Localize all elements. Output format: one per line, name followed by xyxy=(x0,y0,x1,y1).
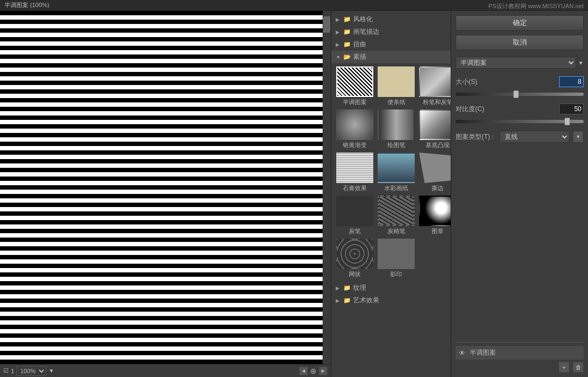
delete-layer-button[interactable]: 🗑 xyxy=(573,362,584,373)
thumb-img-charcoal2 xyxy=(378,196,415,226)
thumb-charcoal2[interactable]: 炭精笔 xyxy=(377,196,415,235)
thumb-label-chalk: 石膏效果 xyxy=(343,184,367,192)
watermark: PS设计教程网 www.MISSYUAN.net xyxy=(488,2,584,10)
folder-icon: 📁 xyxy=(343,41,351,48)
type-row: 图案类型(T)： 直线 圆形 点 ▼ xyxy=(456,131,584,143)
thumb-img-halftone xyxy=(336,66,373,97)
size-slider-thumb[interactable] xyxy=(513,90,519,98)
tree-item-yishu[interactable]: ▶ 📁 艺术效果 xyxy=(331,294,451,307)
size-slider-row xyxy=(456,93,584,96)
logo-icon: ⊕ xyxy=(310,367,317,375)
thumb-label-notecard: 便条纸 xyxy=(387,98,405,106)
contrast-slider-thumb[interactable] xyxy=(565,118,570,125)
thumb-bas1[interactable]: 铬黄渐变 xyxy=(336,110,374,149)
title-bar: 半调图案 (100%) PS设计教程网 www.MISSYUAN.net xyxy=(0,0,588,11)
size-row: 大小(S) xyxy=(456,76,584,87)
filter-select-arrow[interactable]: ▼ xyxy=(578,60,584,66)
layer-section: 👁 半调图案 + 🗑 xyxy=(456,342,584,373)
thumb-label-pencil: 粉笔和炭笔 xyxy=(423,98,452,106)
thumb-label-emboss: 基底凸现 xyxy=(426,141,450,149)
tree-item-fenggehua[interactable]: ▶ 📁 风格化 xyxy=(331,13,451,26)
canvas-bottom-bar: ☑ 1 100% 50% 200% ▼ ◄ ⊕ ► xyxy=(0,364,331,377)
thumb-reticulation[interactable]: 网状 xyxy=(336,239,374,278)
size-slider-track[interactable] xyxy=(456,93,584,96)
thumb-img-notecard xyxy=(378,66,415,97)
thumb-img-pencil xyxy=(419,66,451,97)
thumb-label-graphic: 图章 xyxy=(432,227,444,235)
contrast-input[interactable] xyxy=(559,104,584,114)
thumb-label-halftone: 半调图案 xyxy=(343,98,367,106)
contrast-label: 对比度(C) xyxy=(456,105,484,114)
arrow-icon: ▶ xyxy=(336,17,341,22)
thumbnail-grid: 半调图案 便条纸 粉笔和炭笔 铬黄渐变 绘图笔 基底凸现 xyxy=(331,63,451,282)
thumb-charcoal1[interactable]: 炭笔 xyxy=(336,196,374,235)
eye-icon[interactable]: 👁 xyxy=(458,349,466,357)
zoom-select[interactable]: 100% 50% 200% xyxy=(16,366,46,376)
add-layer-button[interactable]: + xyxy=(559,362,569,373)
type-select-arrow[interactable]: ▼ xyxy=(573,131,584,143)
canvas-area: ☑ 1 100% 50% 200% ▼ ◄ ⊕ ► xyxy=(0,11,331,377)
window-title: 半调图案 (100%) xyxy=(4,1,50,9)
thumb-torn[interactable]: 撕边 xyxy=(419,153,451,192)
confirm-button[interactable]: 确定 xyxy=(456,15,584,31)
scroll-thumb[interactable] xyxy=(323,16,330,33)
arrow-icon: ▶ xyxy=(336,42,341,47)
size-input[interactable] xyxy=(559,76,584,87)
canvas-preview xyxy=(0,11,331,364)
arrow-icon: ▶ xyxy=(336,298,341,303)
thumb-label-charcoal1: 炭笔 xyxy=(349,227,361,235)
thumb-label-bas2: 绘图笔 xyxy=(387,141,405,149)
main-layout: ☑ 1 100% 50% 200% ▼ ◄ ⊕ ► ▶ 📁 风格化 ▶ 📁 画笔… xyxy=(0,11,588,377)
folder-icon: 📁 xyxy=(343,297,351,304)
filter-select[interactable]: 半调图案 xyxy=(456,57,576,69)
nav-right-button[interactable]: ► xyxy=(319,367,328,375)
tree-item-niuqu[interactable]: ▶ 📁 扭曲 xyxy=(331,38,451,51)
thumb-chalk[interactable]: 石膏效果 xyxy=(336,153,374,192)
arrow-icon: ▶ xyxy=(336,29,341,35)
tree-label-yishu: 艺术效果 xyxy=(353,296,379,305)
thumb-stamp[interactable]: 影印 xyxy=(377,239,415,278)
cancel-button[interactable]: 取消 xyxy=(456,35,584,50)
thumb-label-charcoal2: 炭精笔 xyxy=(387,227,405,235)
thumb-label-water: 水彩画纸 xyxy=(384,184,408,192)
tree-label-niuqu: 扭曲 xyxy=(353,40,366,49)
tree-item-suocai[interactable]: ▼ 📂 素描 xyxy=(331,51,451,63)
folder-icon: 📁 xyxy=(343,16,351,23)
thumb-halftone[interactable]: 半调图案 xyxy=(336,66,374,106)
thumb-graphic[interactable]: 图章 xyxy=(419,196,451,235)
thumb-bas2[interactable]: 绘图笔 xyxy=(377,110,415,149)
filter-name-row: 半调图案 ▼ xyxy=(456,57,584,69)
tree-label-wenli: 纹理 xyxy=(353,283,366,293)
tree-item-huabimiao[interactable]: ▶ 📁 画笔描边 xyxy=(331,26,451,38)
thumb-img-reticulation xyxy=(336,239,373,269)
thumb-water[interactable]: 水彩画纸 xyxy=(377,153,415,192)
checkbox-icon: ☑ xyxy=(3,367,9,374)
contrast-slider-track[interactable] xyxy=(456,120,584,123)
type-select[interactable]: 直线 圆形 点 xyxy=(500,131,569,143)
contrast-row: 对比度(C) xyxy=(456,104,584,114)
thumb-notecard[interactable]: 便条纸 xyxy=(377,66,415,106)
thumb-img-graphic xyxy=(419,196,451,226)
vertical-scrollbar[interactable] xyxy=(323,11,331,364)
size-label: 大小(S) xyxy=(456,77,477,87)
thumb-img-chalk xyxy=(336,153,373,183)
thumb-img-water xyxy=(378,153,415,183)
page-indicator: 1 xyxy=(11,368,14,374)
canvas-container xyxy=(0,11,331,364)
tree-item-wenli[interactable]: ▶ 📁 纹理 xyxy=(331,282,451,294)
contrast-slider-row xyxy=(456,120,584,123)
tree-label-fenggehua: 风格化 xyxy=(353,15,373,24)
nav-left-button[interactable]: ◄ xyxy=(299,367,308,375)
thumb-label-stamp: 影印 xyxy=(390,270,402,278)
thumb-emboss[interactable]: 基底凸现 xyxy=(419,110,451,149)
layer-name: 半调图案 xyxy=(470,348,496,357)
type-label: 图案类型(T)： xyxy=(456,132,496,142)
zoom-arrow[interactable]: ▼ xyxy=(49,368,54,374)
thumb-pencil[interactable]: 粉笔和炭笔 xyxy=(419,66,451,106)
thumb-img-torn xyxy=(419,153,451,183)
folder-open-icon: 📂 xyxy=(343,53,351,60)
thumb-label-bas1: 铬黄渐变 xyxy=(343,141,367,149)
settings-panel: 确定 取消 半调图案 ▼ 大小(S) 对比度(C) xyxy=(451,11,588,377)
folder-icon: 📁 xyxy=(343,28,351,35)
thumb-img-stamp xyxy=(378,239,415,269)
